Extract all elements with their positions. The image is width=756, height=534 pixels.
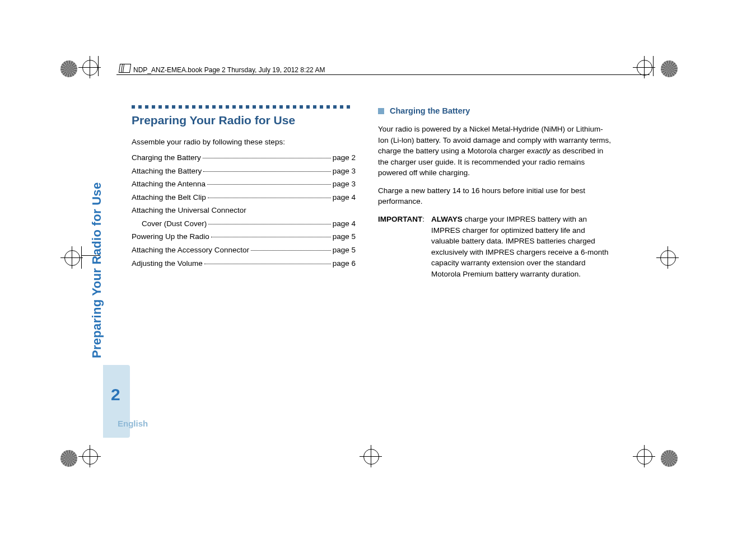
crosshair-icon (60, 246, 83, 269)
intro-text: Assemble your radio by following these s… (132, 137, 356, 148)
section-heading: Preparing Your Radio for Use (132, 112, 356, 129)
registration-mark-icon (661, 60, 678, 77)
toc-page: page 3 (333, 166, 356, 177)
subsection-heading: Charging the Battery (378, 105, 613, 117)
important-note: IMPORTANT: ALWAYS charge your IMPRES bat… (378, 214, 613, 279)
toc-leader (207, 179, 331, 185)
toc-entry: Attaching the Batterypage 3 (132, 166, 356, 177)
toc-leader (203, 152, 331, 158)
registration-mark-icon (60, 60, 77, 77)
book-header-text: NDP_ANZ-EMEA.book Page 2 Thursday, July … (133, 66, 325, 74)
language-tab: English (109, 419, 148, 429)
crosshair-icon (360, 445, 382, 467)
important-body: ALWAYS charge your IMPRES battery with a… (431, 214, 613, 279)
toc-label: Cover (Dust Cover) (142, 218, 207, 229)
toc-leader (208, 192, 331, 198)
toc-label: Charging the Battery (132, 152, 201, 163)
toc-label: Attaching the Belt Clip (132, 192, 206, 203)
toc-label: Attaching the Universal Connector (132, 205, 246, 216)
right-column: Charging the Battery Your radio is power… (378, 105, 613, 279)
important-colon: : (422, 215, 424, 223)
paragraph: Your radio is powered by a Nickel Metal-… (378, 124, 613, 179)
toc-entry: Powering Up the Radiopage 5 (132, 231, 356, 242)
section-divider (132, 105, 353, 109)
toc-label: Attaching the Antenna (132, 179, 206, 190)
toc-leader (251, 245, 331, 251)
important-text: charge your IMPRES battery with an IMPRE… (431, 215, 609, 278)
important-label: IMPORTANT (378, 215, 422, 223)
toc-leader (204, 258, 331, 264)
toc-page: page 5 (333, 245, 356, 256)
toc-page: page 4 (333, 192, 356, 203)
toc-page: page 6 (333, 258, 356, 269)
toc-leader (211, 231, 331, 237)
left-column: Preparing Your Radio for Use Assemble yo… (132, 105, 356, 279)
toc-entry: Charging the Batterypage 2 (132, 152, 356, 163)
page-number: 2 (111, 385, 120, 404)
toc-page: page 4 (333, 218, 356, 229)
square-bullet-icon (378, 108, 384, 114)
content-area: Preparing Your Radio for Use Assemble yo… (132, 105, 636, 279)
crosshair-icon (78, 445, 101, 467)
rule-tick (98, 56, 99, 76)
toc-label: Powering Up the Radio (132, 231, 209, 242)
registration-mark-icon (60, 450, 77, 467)
paragraph: Charge a new battery 14 to 16 hours befo… (378, 185, 613, 207)
important-bold: ALWAYS (431, 215, 463, 223)
toc-entry: Attaching the Antennapage 3 (132, 179, 356, 190)
rule-tick (81, 246, 82, 269)
toc-entry: Cover (Dust Cover)page 4 (132, 218, 356, 229)
crosshair-icon (656, 246, 679, 269)
toc-page: page 3 (333, 179, 356, 190)
crosshair-icon (633, 56, 655, 78)
vertical-section-title: Preparing Your Radio for Use (90, 190, 104, 358)
toc-page: page 5 (333, 231, 356, 242)
crosshair-icon (633, 445, 655, 467)
language-label: English (118, 419, 148, 428)
rule-tick (653, 56, 654, 76)
toc-label: Adjusting the Volume (132, 258, 203, 269)
important-label-cell: IMPORTANT: (378, 214, 424, 279)
registration-mark-icon (661, 450, 678, 467)
toc-leader (203, 166, 330, 172)
toc-leader (208, 218, 330, 224)
book-icon (119, 64, 131, 73)
toc-label: Attaching the Accessory Connector (132, 245, 249, 256)
toc-entry: Attaching the Accessory Connectorpage 5 (132, 245, 356, 256)
toc-entry: Adjusting the Volumepage 6 (132, 258, 356, 269)
italic-text: exactly (527, 147, 550, 155)
toc-entry: Attaching the Belt Clippage 4 (132, 192, 356, 203)
toc-entry: Attaching the Universal Connector (132, 205, 356, 216)
header-rule (116, 74, 650, 75)
crosshair-icon (78, 56, 101, 78)
toc-page: page 2 (333, 152, 356, 163)
subsection-title: Charging the Battery (390, 105, 470, 117)
toc-label: Attaching the Battery (132, 166, 202, 177)
